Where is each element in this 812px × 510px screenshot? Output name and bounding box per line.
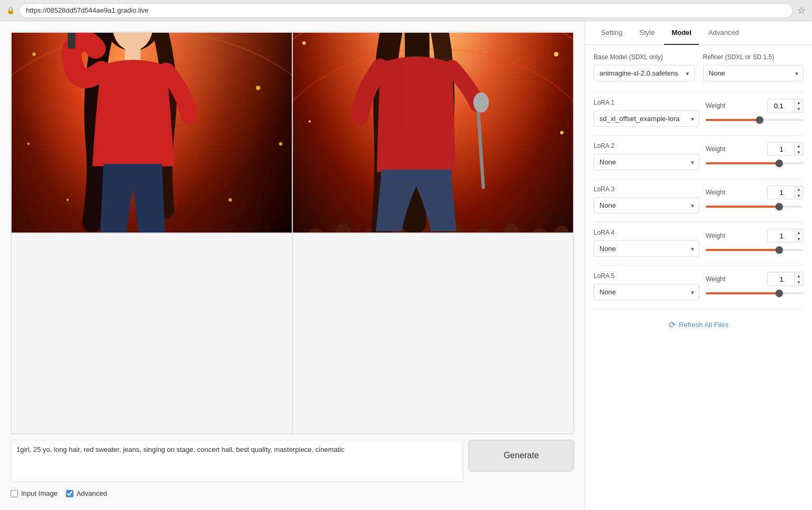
prompt-input[interactable]	[11, 440, 463, 481]
weight-up-5[interactable]: ▲	[795, 273, 803, 279]
weight-row-3: Weight ▲ ▼	[706, 186, 804, 199]
weight-up-2[interactable]: ▲	[795, 143, 803, 149]
weight-input-3[interactable]	[768, 187, 794, 198]
svg-point-29	[67, 199, 69, 201]
slider-thumb-3[interactable]	[776, 203, 783, 210]
lora-row-4: LoRA 4 None Weight ▲ ▼	[594, 229, 804, 257]
weight-input-2[interactable]	[768, 144, 794, 155]
generate-button[interactable]: Generate	[468, 440, 574, 471]
refiner-select-wrapper[interactable]: None	[703, 65, 804, 81]
lora-5-label: LoRA 5	[594, 272, 699, 280]
weight-input-wrapper-1[interactable]: ▲ ▼	[767, 99, 804, 113]
weight-down-4[interactable]: ▼	[795, 236, 803, 242]
input-image-checkbox[interactable]	[11, 490, 18, 497]
lora-right-2: Weight ▲ ▼	[706, 142, 804, 168]
base-model-select-wrapper[interactable]: animagine-xl-2.0.safetens	[594, 65, 695, 81]
lora-3-select-wrapper[interactable]: None	[594, 197, 699, 214]
bookmark-icon[interactable]: ☆	[797, 5, 806, 16]
weight-input-wrapper-2[interactable]: ▲ ▼	[767, 142, 804, 156]
advanced-checkbox[interactable]	[66, 490, 73, 497]
tab-advanced[interactable]: Advanced	[701, 21, 746, 45]
weight-input-wrapper-4[interactable]: ▲ ▼	[767, 229, 804, 243]
weight-input-wrapper-3[interactable]: ▲ ▼	[767, 186, 804, 199]
weight-input-wrapper-5[interactable]: ▲ ▼	[767, 272, 804, 286]
lora-row-1: LoRA 1 sd_xl_offset_example-lora Weight …	[594, 99, 804, 127]
slider-container-3[interactable]	[706, 202, 804, 211]
weight-spinners-3: ▲ ▼	[794, 186, 803, 199]
svg-point-56	[560, 131, 564, 134]
weight-down-1[interactable]: ▼	[795, 106, 803, 112]
lora-left-4: LoRA 4 None	[594, 229, 699, 257]
panel-content: Base Model (SDXL only) animagine-xl-2.0.…	[585, 45, 812, 510]
slider-thumb-4[interactable]	[776, 246, 783, 254]
weight-input-5[interactable]	[768, 274, 794, 285]
slider-fill-3	[706, 206, 779, 208]
slider-thumb-5[interactable]	[776, 290, 783, 297]
lora-left-1: LoRA 1 sd_xl_offset_example-lora	[594, 99, 699, 127]
lora-2-select-wrapper[interactable]: None	[594, 154, 699, 170]
lora-1-select[interactable]: sd_xl_offset_example-lora	[594, 110, 699, 127]
svg-point-49	[473, 92, 489, 113]
lora-4-select[interactable]: None	[594, 240, 699, 257]
lora-4-select-wrapper[interactable]: None	[594, 240, 699, 257]
advanced-label: Advanced	[77, 489, 107, 497]
image-cell-4	[292, 233, 574, 434]
lora-2-select[interactable]: None	[594, 154, 699, 170]
slider-thumb-1[interactable]	[756, 116, 763, 124]
slider-container-5[interactable]	[706, 289, 804, 298]
tab-style[interactable]: Style	[632, 21, 662, 45]
weight-label-1: Weight	[706, 102, 725, 109]
slider-container-2[interactable]	[706, 159, 804, 168]
weight-label-4: Weight	[706, 232, 725, 239]
svg-point-27	[27, 143, 30, 145]
lora-right-1: Weight ▲ ▼	[706, 99, 804, 124]
slider-container-1[interactable]	[706, 116, 804, 124]
lora-right-5: Weight ▲ ▼	[706, 272, 804, 298]
lora-5-select[interactable]: None	[594, 284, 699, 300]
weight-down-2[interactable]: ▼	[795, 149, 803, 155]
weight-input-4[interactable]	[768, 230, 794, 242]
weight-row-5: Weight ▲ ▼	[706, 272, 804, 286]
weight-up-3[interactable]: ▲	[795, 186, 803, 192]
lora-row-3: LoRA 3 None Weight ▲ ▼	[594, 186, 804, 214]
lora-3-select[interactable]: None	[594, 197, 699, 214]
divider-1	[594, 92, 804, 92]
slider-fill-4	[706, 249, 779, 251]
weight-up-4[interactable]: ▲	[795, 229, 803, 236]
weight-input-1[interactable]	[768, 100, 794, 112]
weight-up-1[interactable]: ▲	[795, 99, 803, 106]
model-refiner-row: Base Model (SDXL only) animagine-xl-2.0.…	[594, 53, 804, 81]
slider-fill-1	[706, 119, 760, 121]
lora-5-select-wrapper[interactable]: None	[594, 284, 699, 300]
slider-container-4[interactable]	[706, 246, 804, 254]
base-model-select[interactable]: animagine-xl-2.0.safetens	[594, 65, 695, 81]
svg-rect-20	[68, 33, 76, 49]
tab-model[interactable]: Model	[664, 21, 699, 45]
url-bar[interactable]: https://08528dd57d544ae9a1.gradio.live	[19, 3, 793, 18]
lora-divider-4	[594, 265, 804, 266]
svg-point-28	[279, 142, 282, 145]
weight-spinners-1: ▲ ▼	[794, 99, 803, 112]
advanced-checkbox-label[interactable]: Advanced	[66, 489, 107, 497]
slider-fill-2	[706, 162, 779, 164]
slider-thumb-2[interactable]	[776, 160, 783, 167]
lora-divider-2	[594, 179, 804, 179]
prompt-container[interactable]	[11, 440, 463, 482]
input-image-label: Input Image	[21, 489, 58, 497]
slider-track-4	[706, 249, 804, 251]
tab-setting[interactable]: Setting	[594, 21, 630, 45]
input-image-checkbox-label[interactable]: Input Image	[11, 489, 58, 497]
lora-1-select-wrapper[interactable]: sd_xl_offset_example-lora	[594, 110, 699, 127]
refiner-select[interactable]: None	[703, 65, 804, 81]
weight-down-3[interactable]: ▼	[795, 192, 803, 199]
slider-track-1	[706, 119, 804, 121]
svg-point-53	[302, 41, 306, 44]
lora-left-5: LoRA 5 None	[594, 272, 699, 300]
svg-point-54	[554, 52, 558, 56]
refresh-button[interactable]: ⟳ Refresh All Files	[594, 316, 804, 334]
slider-track-3	[706, 206, 804, 208]
lora-2-label: LoRA 2	[594, 142, 699, 150]
weight-label-3: Weight	[706, 189, 725, 196]
weight-down-5[interactable]: ▼	[795, 279, 803, 285]
slider-fill-5	[706, 292, 779, 294]
